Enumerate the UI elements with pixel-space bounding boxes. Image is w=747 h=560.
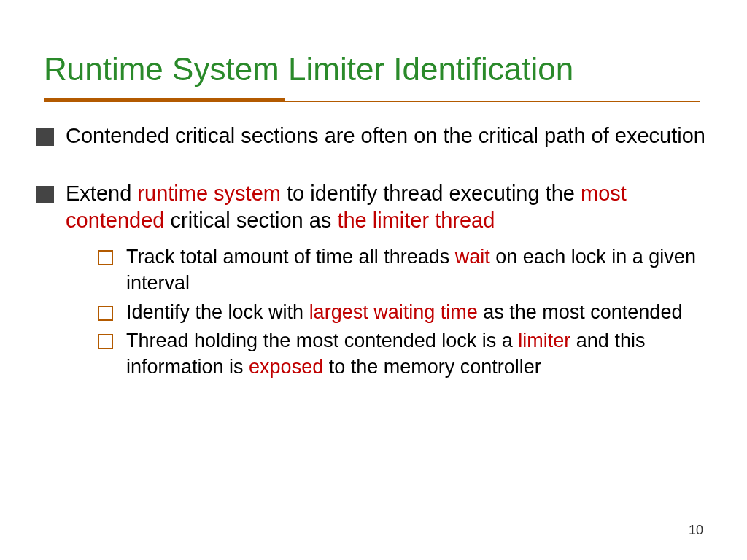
text-fragment: Identify the lock with <box>126 301 309 323</box>
bullet-text: Contended critical sections are often on… <box>66 122 718 149</box>
bullet-level2: Track total amount of time all threads w… <box>98 244 718 296</box>
slide: Runtime System Limiter Identification Co… <box>0 0 747 560</box>
bullet-level2: Identify the lock with largest waiting t… <box>98 300 718 326</box>
emphasis: runtime system <box>137 182 281 205</box>
square-filled-icon <box>36 128 54 146</box>
text-fragment: Track total amount of time all threads <box>126 246 455 268</box>
slide-title: Runtime System Limiter Identification <box>44 51 573 88</box>
bullet-text: Track total amount of time all threads w… <box>126 244 718 296</box>
emphasis: limiter <box>518 330 570 351</box>
text-fragment: critical section as <box>164 209 337 232</box>
square-filled-icon <box>36 186 54 203</box>
bullet-text: Identify the lock with largest waiting t… <box>126 300 718 326</box>
text-fragment: as the most contended <box>478 301 683 323</box>
content-area: Contended critical sections are often on… <box>36 122 718 413</box>
text-fragment: to identify thread executing the <box>281 182 581 205</box>
text-fragment: to the memory controller <box>323 356 541 378</box>
emphasis: largest waiting time <box>309 301 478 323</box>
page-number: 10 <box>689 523 703 538</box>
underline-thin <box>44 101 700 102</box>
footer-divider <box>44 510 703 510</box>
emphasis: exposed <box>249 356 323 378</box>
bullet-text: Thread holding the most contended lock i… <box>126 328 718 380</box>
bullet-level1: Extend runtime system to identify thread… <box>36 180 718 383</box>
bullet-text: Extend runtime system to identify thread… <box>66 180 718 383</box>
sub-list: Track total amount of time all threads w… <box>98 244 718 380</box>
emphasis: the limiter thread <box>337 209 495 232</box>
bullet-level1: Contended critical sections are often on… <box>36 122 718 149</box>
bullet-level2: Thread holding the most contended lock i… <box>98 328 718 380</box>
square-open-icon <box>98 306 113 321</box>
square-open-icon <box>98 250 113 265</box>
title-underline <box>44 98 703 105</box>
square-open-icon <box>98 334 113 349</box>
text-fragment: Extend <box>66 182 137 205</box>
text-fragment: Thread holding the most contended lock i… <box>126 330 518 351</box>
emphasis: wait <box>455 246 490 268</box>
